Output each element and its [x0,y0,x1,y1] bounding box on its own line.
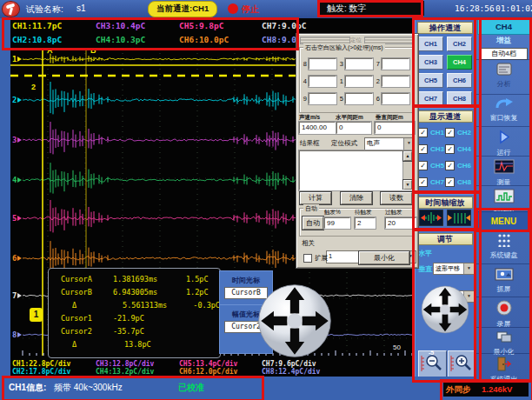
time-expand-icon[interactable] [447,210,471,230]
side-button-minimize[interactable]: 最小化 [475,327,532,354]
op-channel-button-ch4[interactable]: CH4 [447,55,472,70]
display-channel-label: CH4 [457,145,471,153]
svg-text:50: 50 [393,343,401,351]
sensor-delay-input[interactable] [345,93,373,104]
side-button-keyboard[interactable]: 系统键盘 [475,230,532,264]
side-button-exit[interactable]: 系统退出 [475,353,532,381]
clear-button[interactable]: 清除 [341,192,372,204]
mode-dropdown[interactable]: 电声▼ [364,137,415,150]
expand-checkbox[interactable] [303,254,312,263]
side-button-menu[interactable]: MENU [475,211,532,230]
read-button[interactable]: 读数 [381,192,412,204]
sensor-delay-input[interactable] [309,58,336,70]
sound-speed-input[interactable]: 1400.00 [299,122,336,134]
op-channel-button-ch7[interactable]: CH7 [418,91,443,106]
side-button-run[interactable]: 运行 [475,126,532,157]
channel-marker: 6 [12,254,22,263]
display-channel-toggle-ch1[interactable]: ✓CH1 [418,124,445,141]
cursor-name: CursorA [49,273,113,286]
sensor-cell: 3 [338,55,375,72]
vertical-label: 垂直 [418,264,432,274]
sensor-group-title: 右击空白区输入(>0处理)(ms) [303,43,385,52]
auto-field-input[interactable]: 99 [324,217,350,229]
time-axis-zoom-header: 时间轴缩放 [417,197,473,209]
display-channel-toggle-ch5[interactable]: ✓CH5 [418,157,445,174]
analyze-icon [475,63,532,79]
auto-field-input[interactable]: 20 [385,217,416,229]
calculate-button[interactable]: 计算 [300,192,331,204]
sensor-delay-input[interactable] [345,58,373,70]
op-channel-button-ch8[interactable]: CH8 [447,91,472,106]
restore-icon [475,97,532,113]
trend-icon [475,189,532,207]
checkbox-checked-icon[interactable]: ✓ [418,161,428,170]
capture-icon [475,267,532,284]
dropdown-arrow-icon[interactable]: ▼ [403,138,414,150]
sensor-delay-input[interactable] [382,76,409,87]
svg-text:6: 6 [12,254,17,263]
scroll-down-icon[interactable]: ▼ [403,180,412,190]
sensor-delay-input[interactable] [382,58,409,70]
channel-adjust-dial[interactable] [421,285,469,337]
horizontal-mode-dropdown[interactable]: 波形平移▼ [433,263,475,275]
channel-marker: 2 [12,96,22,104]
op-channel-button-ch3[interactable]: CH3 [418,55,443,70]
sensor-delay-input[interactable] [382,93,409,104]
display-channel-toggle-ch3[interactable]: ✓CH3 [418,141,445,157]
checkbox-checked-icon[interactable]: ✓ [418,177,428,187]
sensor-number-label: 3 [338,60,343,68]
op-channel-button-ch5[interactable]: CH5 [418,73,443,88]
sensor-input-group: 右击空白区输入(>0处理)(ms) 837412956 [299,47,415,113]
dialog-minimize-button[interactable]: 最小化 [359,251,409,264]
auto-field-label: 触发% [324,209,353,217]
display-channel-toggle-ch7[interactable]: ✓CH7 [418,174,445,190]
sensor-cell: 7 [375,55,411,72]
checkbox-checked-icon[interactable]: ✓ [445,161,455,170]
display-channel-toggle-ch8[interactable]: ✓CH8 [445,174,472,190]
display-channel-toggle-ch6[interactable]: ✓CH6 [445,157,472,174]
side-button-restore[interactable]: 窗口恢复 [475,94,532,127]
auto-field-input[interactable]: 2 [355,217,376,229]
side-button-trend[interactable]: 趋势图 [475,185,532,212]
display-channel-toggle-ch2[interactable]: ✓CH2 [445,124,472,141]
checkbox-checked-icon[interactable]: ✓ [418,144,428,154]
brand-logo-icon [3,2,19,17]
sensor-delay-input[interactable] [309,76,336,87]
waveform-pan-dial[interactable] [257,283,332,362]
gain-value-display[interactable]: 自动4档 [481,48,528,60]
v-spacing-label: 垂直间距m [376,114,403,122]
op-channel-button-ch2[interactable]: CH2 [447,37,472,51]
checkbox-checked-icon[interactable]: ✓ [418,128,428,137]
checkbox-checked-icon[interactable]: ✓ [445,144,455,154]
stop-label: 停止 [242,3,259,16]
keyboard-icon [475,233,532,250]
side-button-measure[interactable]: 测量 [475,156,532,186]
auto-trigger-group: 自动 自动 触发%99待触发2过触发20 [299,208,415,237]
checkbox-checked-icon[interactable]: ✓ [445,128,455,137]
display-channel-label: CH2 [457,129,471,137]
result-listbox[interactable]: ▲ ▼ [299,150,413,190]
current-channel-badge[interactable]: 当前通道:CH1 [148,1,217,17]
time-compress-icon[interactable] [419,210,443,230]
zoom-step-badge: -5 [429,350,434,356]
display-channel-toggle-ch4[interactable]: ✓CH4 [445,141,472,157]
channel-marker: 1 [12,55,22,63]
checkbox-checked-icon[interactable]: ✓ [445,177,455,187]
side-button-record[interactable]: 录屏 [475,297,532,328]
auto-button[interactable]: 自动 [303,217,323,230]
v-spacing-input[interactable]: 0 [375,122,415,134]
op-channel-button-ch1[interactable]: CH1 [418,37,443,51]
side-button-capture[interactable]: 抓屏 [475,263,532,297]
h-spacing-input[interactable]: 0 [336,122,371,134]
zoom-out-button[interactable]: -5 [418,350,447,377]
scroll-up-icon[interactable]: ▲ [403,151,412,161]
sensor-delay-input[interactable] [345,76,373,87]
side-button-analyze[interactable]: 分析 [475,59,532,95]
zoom-in-button[interactable] [448,350,476,377]
svg-text:8: 8 [12,330,17,339]
op-channel-button-ch6[interactable]: CH6 [447,73,472,88]
channel-scale-readout: CH1:22.8pC/div [12,360,96,368]
amplitude-cursor1-handle[interactable]: 1 [30,308,43,322]
sensor-delay-input[interactable] [309,93,336,104]
adjust-header: 调节 [417,233,473,245]
